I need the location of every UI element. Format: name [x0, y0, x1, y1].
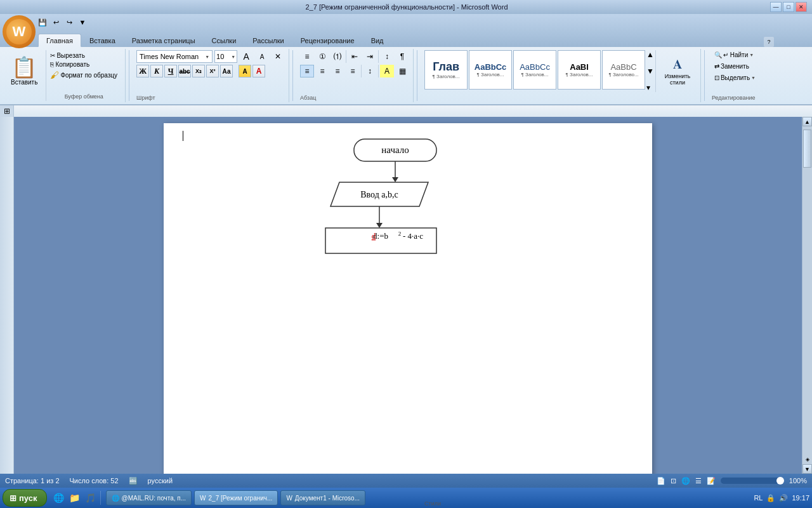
change-case-button[interactable]: Аа — [220, 65, 233, 77]
tab-mailings[interactable]: Рассылки — [244, 34, 292, 47]
align-left-button[interactable]: ≡ — [300, 65, 314, 77]
volume-icon[interactable]: 🔊 — [779, 494, 788, 502]
line-spacing-button[interactable]: ↕ — [363, 65, 377, 77]
tab-home[interactable]: Главная — [38, 34, 81, 47]
network-icon[interactable]: 🔒 — [766, 494, 775, 502]
highlight-button[interactable]: A — [239, 65, 251, 77]
save-qat-button[interactable]: 💾 — [37, 17, 48, 28]
scroll-down-button[interactable]: ▼ — [802, 464, 812, 474]
zoom-slider[interactable] — [721, 478, 784, 484]
view-web-icon[interactable]: 🌐 — [681, 477, 690, 485]
subscript-button[interactable]: X₂ — [192, 65, 205, 77]
style-heading2-label: ¶ Заголов... — [477, 72, 504, 77]
align-right-button[interactable]: ≡ — [331, 65, 344, 77]
ruler-container: ⊞ — [0, 105, 812, 117]
shading-button[interactable]: A — [380, 65, 394, 77]
styles-gallery: Глав ¶ Заголов... AaBbCc ¶ Заголов... Aa… — [424, 50, 645, 90]
italic-button[interactable]: К — [150, 65, 163, 77]
styles-scroll-up[interactable]: ▲ — [646, 50, 654, 59]
view-fullscreen-icon[interactable]: ⊡ — [671, 477, 676, 485]
ruler-svg — [14, 105, 812, 117]
media-quicklaunch[interactable]: 🎵 — [84, 491, 98, 505]
increase-indent-button[interactable]: ⇥ — [363, 50, 377, 63]
scroll-thumb[interactable] — [803, 130, 811, 168]
ie-quicklaunch[interactable]: 🌐 — [52, 491, 66, 505]
style-heading4-label: ¶ Заголов... — [566, 72, 593, 77]
change-styles-icon[interactable]: 𝐀 — [673, 57, 682, 72]
close-button[interactable]: ✕ — [796, 2, 807, 12]
paste-button[interactable]: 📋 Вставить — [6, 50, 42, 92]
taskbar: ⊞ пуск 🌐 📁 🎵 🌐 @MAIL.RU: почта, п... W 2… — [0, 488, 812, 508]
cut-button[interactable]: ✂ Вырезать — [49, 51, 119, 60]
editing-group: 🔍 ↵ Найти ▼ ⇄ Заменить ⊡ Выделить ▼ Реда… — [708, 49, 762, 102]
document-area[interactable]: @keyframes blink { 0%,100%{opacity:1} 50… — [14, 117, 802, 474]
increase-font-button[interactable]: A — [239, 50, 253, 63]
clear-formatting-button[interactable]: ✕ — [271, 50, 285, 63]
taskbar-mail-label: @MAIL.RU: почта, п... — [122, 495, 187, 502]
bold-button[interactable]: Ж — [136, 65, 149, 77]
tab-review[interactable]: Рецензирование — [292, 34, 363, 47]
taskbar-mail-button[interactable]: 🌐 @MAIL.RU: почта, п... — [106, 490, 192, 505]
styles-group-label: Стили — [424, 500, 441, 507]
ribbon-help-button[interactable]: ? — [764, 37, 774, 47]
tab-page-layout[interactable]: Разметка страницы — [124, 34, 204, 47]
taskbar-word1-label: 2_7 [Режим огранич... — [209, 495, 273, 502]
font-size-selector[interactable]: 10 ▼ — [214, 50, 237, 63]
style-heading1[interactable]: Глав ¶ Заголов... — [424, 50, 468, 90]
multilevel-list-button[interactable]: ⑴ — [331, 50, 344, 63]
bullets-button[interactable]: ≡ — [300, 50, 314, 63]
show-formatting-button[interactable]: ¶ — [395, 50, 409, 63]
change-styles-section: 𝐀 Изменить стили — [655, 50, 697, 92]
justify-button[interactable]: ≡ — [346, 65, 360, 77]
view-outline-icon[interactable]: ☰ — [695, 477, 702, 485]
style-heading2[interactable]: AaBbCc ¶ Заголов... — [469, 50, 512, 90]
format-painter-button[interactable]: 🖌 Формат по образцу — [49, 69, 119, 81]
view-draft-icon[interactable]: 📝 — [707, 477, 716, 485]
decrease-indent-button[interactable]: ⇤ — [348, 50, 362, 63]
copy-button[interactable]: ⎘ Копировать — [49, 60, 119, 69]
strikethrough-button[interactable]: abc — [178, 65, 191, 77]
folder-quicklaunch[interactable]: 📁 — [68, 491, 82, 505]
redo-qat-button[interactable]: ↪ — [63, 17, 75, 28]
taskbar-word2-button[interactable]: W Документ1 - Microsо... — [280, 490, 365, 505]
quick-launch: 🌐 📁 🎵 — [49, 491, 101, 505]
view-print-icon[interactable]: 📄 — [657, 477, 665, 485]
undo-qat-button[interactable]: ↩ — [50, 17, 62, 28]
style-heading3[interactable]: AaBbCc ¶ Заголов... — [513, 50, 556, 90]
borders-button[interactable]: ▦ — [395, 65, 409, 77]
paste-label: Вставить — [11, 79, 37, 86]
replace-button[interactable]: ⇄ Заменить — [712, 62, 758, 71]
tab-references[interactable]: Ссылки — [204, 34, 245, 47]
svg-rect-0 — [14, 105, 812, 117]
underline-button[interactable]: Ч — [164, 65, 177, 77]
select-button[interactable]: ⊡ Выделить ▼ — [712, 73, 758, 83]
tab-insert[interactable]: Вставка — [81, 34, 124, 47]
zoom-thumb[interactable] — [776, 477, 784, 485]
spell-check-icon[interactable]: 🔤 — [129, 477, 138, 485]
superscript-button[interactable]: X² — [206, 65, 219, 77]
style-heading4[interactable]: AaBl ¶ Заголов... — [558, 50, 601, 90]
taskbar-word1-button[interactable]: W 2_7 [Режим огранич... — [194, 490, 278, 505]
numbering-button[interactable]: ① — [315, 50, 329, 63]
scroll-expand-button[interactable]: ◈ — [802, 455, 812, 464]
qat-dropdown[interactable]: ▼ — [77, 17, 88, 28]
scroll-track[interactable] — [802, 126, 812, 455]
sort-button[interactable]: ↕ — [380, 50, 394, 63]
tab-view[interactable]: Вид — [363, 34, 392, 47]
start-button[interactable]: ⊞ пуск — [3, 489, 47, 507]
office-button[interactable]: W — [3, 15, 36, 48]
styles-expand[interactable]: ▾ — [646, 83, 654, 92]
scroll-up-button[interactable]: ▲ — [802, 117, 812, 126]
maximize-button[interactable]: □ — [783, 2, 794, 12]
font-name-selector[interactable]: Times New Roman ▼ — [136, 50, 213, 63]
flowchart: начало Ввод a,b,c d:=b 2 - 4·a·c d :=b² … — [186, 133, 630, 469]
style-heading5[interactable]: AaBbC ¶ Заголово... — [602, 50, 645, 90]
styles-scroll-down[interactable]: ▼ — [646, 67, 654, 76]
decrease-font-button[interactable]: A — [255, 50, 269, 63]
style-heading3-label: ¶ Заголов... — [521, 72, 549, 77]
find-button[interactable]: 🔍 ↵ Найти ▼ — [712, 50, 758, 60]
align-center-button[interactable]: ≡ — [315, 65, 329, 77]
text-cursor — [183, 131, 183, 141]
font-color-button[interactable]: A — [252, 65, 265, 77]
minimize-button[interactable]: — — [770, 2, 782, 12]
